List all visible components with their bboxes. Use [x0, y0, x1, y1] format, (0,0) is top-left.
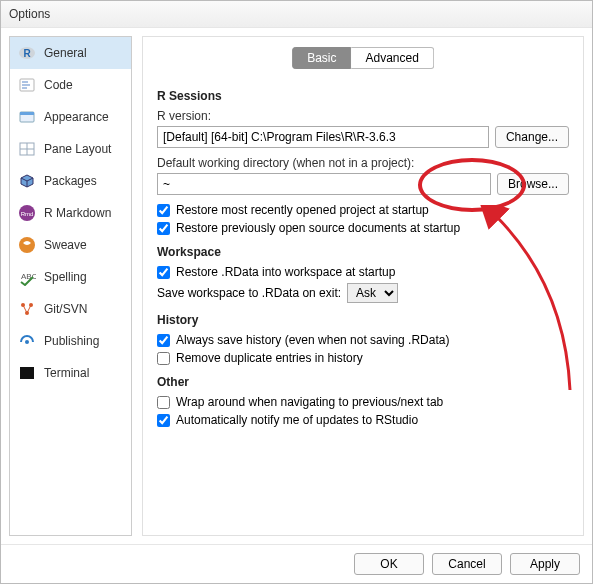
- sidebar-item-label: General: [44, 46, 87, 60]
- sidebar-item-general[interactable]: R General: [10, 37, 131, 69]
- sweave-icon: [18, 236, 36, 254]
- dialog-title: Options: [1, 1, 592, 28]
- section-rsessions-title: R Sessions: [157, 89, 569, 103]
- svg-rect-7: [20, 112, 34, 115]
- sidebar-item-label: Git/SVN: [44, 302, 87, 316]
- auto-update-label: Automatically notify me of updates to RS…: [176, 413, 418, 427]
- sidebar-item-label: Terminal: [44, 366, 89, 380]
- svg-point-21: [25, 340, 29, 344]
- wrap-tab-checkbox[interactable]: [157, 396, 170, 409]
- appearance-icon: [18, 108, 36, 126]
- browse-button[interactable]: Browse...: [497, 173, 569, 195]
- auto-update-checkbox[interactable]: [157, 414, 170, 427]
- sidebar-item-label: Packages: [44, 174, 97, 188]
- sidebar-item-terminal[interactable]: Terminal: [10, 357, 131, 389]
- restore-rdata-checkbox[interactable]: [157, 266, 170, 279]
- sidebar-item-appearance[interactable]: Appearance: [10, 101, 131, 133]
- sidebar-item-label: Code: [44, 78, 73, 92]
- sidebar-item-code[interactable]: Code: [10, 69, 131, 101]
- always-save-history-label: Always save history (even when not savin…: [176, 333, 449, 347]
- sidebar: R General Code Appearance Pane Layout Pa…: [9, 36, 132, 536]
- sidebar-item-label: Appearance: [44, 110, 109, 124]
- remove-dupes-checkbox[interactable]: [157, 352, 170, 365]
- sidebar-item-sweave[interactable]: Sweave: [10, 229, 131, 261]
- rversion-input[interactable]: [157, 126, 489, 148]
- git-icon: [18, 300, 36, 318]
- svg-rect-22: [20, 367, 34, 379]
- sidebar-item-label: Publishing: [44, 334, 99, 348]
- sidebar-item-label: Spelling: [44, 270, 87, 284]
- sidebar-item-label: Pane Layout: [44, 142, 111, 156]
- sidebar-item-packages[interactable]: Packages: [10, 165, 131, 197]
- save-workspace-label: Save workspace to .RData on exit:: [157, 286, 341, 300]
- restore-docs-label: Restore previously open source documents…: [176, 221, 460, 235]
- sidebar-item-label: Sweave: [44, 238, 87, 252]
- publishing-icon: [18, 332, 36, 350]
- pane-layout-icon: [18, 140, 36, 158]
- svg-text:Rmd: Rmd: [21, 211, 34, 217]
- remove-dupes-label: Remove duplicate entries in history: [176, 351, 363, 365]
- code-icon: [18, 76, 36, 94]
- sidebar-item-panelayout[interactable]: Pane Layout: [10, 133, 131, 165]
- apply-button[interactable]: Apply: [510, 553, 580, 575]
- tab-advanced[interactable]: Advanced: [351, 47, 433, 69]
- rversion-label: R version:: [157, 109, 569, 123]
- save-workspace-select[interactable]: Ask: [347, 283, 398, 303]
- wrap-tab-label: Wrap around when navigating to previous/…: [176, 395, 443, 409]
- sidebar-item-rmarkdown[interactable]: Rmd R Markdown: [10, 197, 131, 229]
- sidebar-item-gitsvn[interactable]: Git/SVN: [10, 293, 131, 325]
- rmarkdown-icon: Rmd: [18, 204, 36, 222]
- terminal-icon: [18, 364, 36, 382]
- spelling-icon: ABC: [18, 268, 36, 286]
- workdir-input[interactable]: [157, 173, 491, 195]
- sidebar-item-publishing[interactable]: Publishing: [10, 325, 131, 357]
- r-logo-icon: R: [18, 44, 36, 62]
- tabs: Basic Advanced: [292, 47, 434, 69]
- always-save-history-checkbox[interactable]: [157, 334, 170, 347]
- section-other-title: Other: [157, 375, 569, 389]
- packages-icon: [18, 172, 36, 190]
- options-dialog: Options R General Code Appearance Pane L…: [0, 0, 593, 584]
- sidebar-item-label: R Markdown: [44, 206, 111, 220]
- restore-rdata-label: Restore .RData into workspace at startup: [176, 265, 395, 279]
- workdir-label: Default working directory (when not in a…: [157, 156, 569, 170]
- dialog-footer: OK Cancel Apply: [1, 544, 592, 583]
- ok-button[interactable]: OK: [354, 553, 424, 575]
- restore-docs-checkbox[interactable]: [157, 222, 170, 235]
- sidebar-item-spelling[interactable]: ABC Spelling: [10, 261, 131, 293]
- svg-text:ABC: ABC: [21, 272, 36, 281]
- change-button[interactable]: Change...: [495, 126, 569, 148]
- restore-project-checkbox[interactable]: [157, 204, 170, 217]
- section-history-title: History: [157, 313, 569, 327]
- tab-basic[interactable]: Basic: [292, 47, 351, 69]
- main-panel: Basic Advanced R Sessions R version: Cha…: [142, 36, 584, 536]
- restore-project-label: Restore most recently opened project at …: [176, 203, 429, 217]
- cancel-button[interactable]: Cancel: [432, 553, 502, 575]
- svg-text:R: R: [23, 48, 31, 59]
- section-workspace-title: Workspace: [157, 245, 569, 259]
